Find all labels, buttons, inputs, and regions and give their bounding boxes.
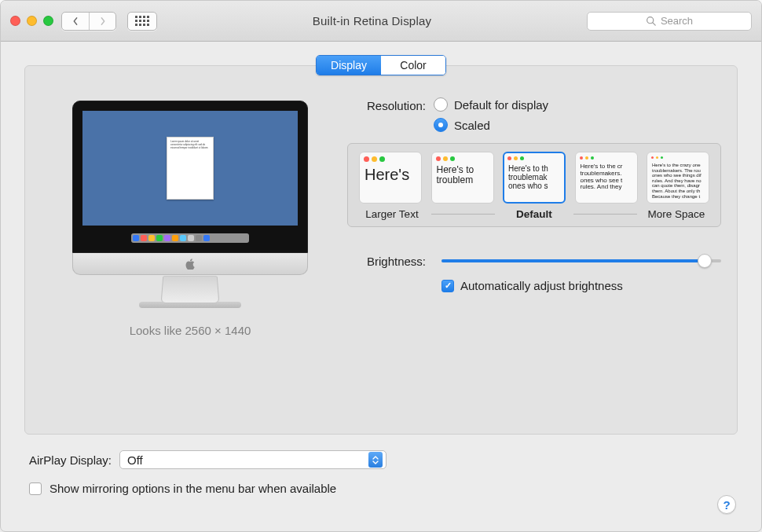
chevron-right-icon [99, 17, 107, 26]
airplay-select[interactable]: Off [119, 450, 386, 469]
search-input[interactable]: Search [587, 12, 752, 31]
minimize-button[interactable] [27, 16, 37, 26]
scale-label-larger: Larger Text [357, 208, 427, 220]
resolution-thumb-1[interactable]: Here's to troublem [431, 152, 494, 204]
resolution-caption: Looks like 2560 × 1440 [130, 324, 251, 337]
window-title: Built-in Retina Display [165, 14, 579, 28]
select-stepper-icon [368, 452, 383, 468]
display-color-tabs: Display Color [316, 55, 446, 75]
resolution-thumb-2[interactable]: Here's to th troublemak ones who s [503, 152, 566, 204]
resolution-scaled-option[interactable]: Scaled [434, 118, 548, 132]
resolution-row: Resolution: Default for display Scaled [347, 97, 721, 132]
radio-scaled[interactable] [434, 118, 448, 132]
resolution-label: Resolution: [347, 97, 434, 112]
radio-default[interactable] [434, 97, 448, 112]
help-button[interactable]: ? [717, 495, 736, 514]
airplay-row: AirPlay Display: Off [29, 450, 733, 469]
resolution-scale-labels: Larger Text Default More Space [356, 207, 713, 220]
panel-body: Lorem ipsum dolor sit amet consectetur a… [41, 97, 721, 380]
tab-display[interactable]: Display [317, 56, 381, 75]
tab-color[interactable]: Color [381, 56, 445, 75]
resolution-thumb-4[interactable]: Here's to the crazy one troublemakers. T… [647, 152, 709, 204]
brightness-row: Brightness: [347, 254, 721, 268]
display-preview-column: Lorem ipsum dolor sit amet consectetur a… [41, 97, 339, 380]
search-icon [646, 16, 656, 26]
resolution-scaled-label: Scaled [454, 119, 490, 132]
display-monitor-illustration: Lorem ipsum dolor sit amet consectetur a… [72, 101, 308, 308]
resolution-default-label: Default for display [454, 98, 548, 112]
show-all-button[interactable] [127, 12, 157, 31]
auto-brightness-checkbox[interactable]: ✓ [441, 280, 454, 292]
scale-label-more-space: More Space [642, 208, 711, 220]
scale-label-default: Default [500, 208, 569, 220]
search-placeholder: Search [661, 15, 693, 27]
chevron-left-icon [71, 17, 79, 26]
mirroring-label: Show mirroring options in the menu bar w… [49, 482, 336, 495]
apple-logo-icon [185, 259, 195, 270]
mirroring-row[interactable]: ✓ Show mirroring options in the menu bar… [29, 482, 733, 495]
back-button[interactable] [62, 13, 89, 30]
airplay-value: Off [127, 453, 143, 467]
resolution-default-option[interactable]: Default for display [434, 97, 548, 112]
auto-brightness-label: Automatically adjust brightness [460, 279, 623, 292]
resolution-options: Here'sHere's to troublemHere's to th tro… [347, 143, 721, 227]
zoom-button[interactable] [43, 16, 53, 26]
brightness-label: Brightness: [347, 255, 434, 268]
grid-icon [135, 16, 149, 26]
titlebar: Built-in Retina Display Search [1, 1, 761, 42]
display-preferences-window: Built-in Retina Display Search Display C… [0, 0, 762, 532]
bottom-section: AirPlay Display: Off ✓ Show mirroring op… [24, 435, 738, 495]
forward-button[interactable] [89, 13, 115, 30]
resolution-thumb-0[interactable]: Here's [359, 152, 422, 204]
settings-panel: Display Color Lorem ipsum dolor sit amet… [24, 65, 738, 435]
brightness-slider[interactable] [441, 254, 721, 268]
resolution-thumb-3[interactable]: Here's to the cr troublemakers. ones who… [575, 152, 638, 204]
auto-brightness-option[interactable]: ✓ Automatically adjust brightness [441, 279, 721, 292]
navigation-buttons [61, 12, 116, 31]
airplay-label: AirPlay Display: [29, 453, 112, 467]
window-controls [10, 16, 53, 26]
svg-line-1 [653, 23, 655, 25]
close-button[interactable] [10, 16, 20, 26]
settings-column: Resolution: Default for display Scaled [339, 97, 721, 380]
mirroring-checkbox[interactable]: ✓ [29, 482, 42, 495]
tab-bar: Display Color [41, 55, 721, 75]
content: Display Color Lorem ipsum dolor sit amet… [1, 42, 761, 531]
